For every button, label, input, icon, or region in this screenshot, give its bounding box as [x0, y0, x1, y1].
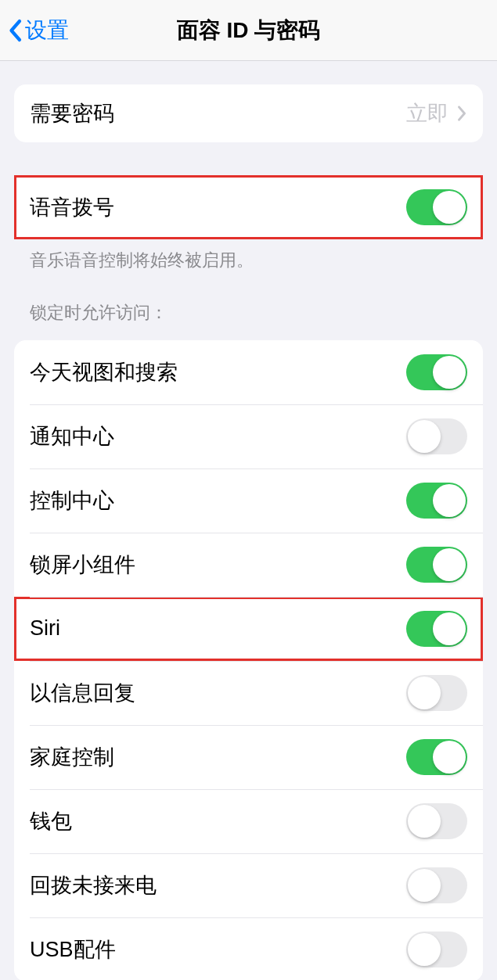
wallet-row: 钱包 — [14, 789, 483, 853]
require-passcode-group: 需要密码 立即 — [14, 84, 483, 142]
reply-with-message-toggle[interactable] — [406, 675, 467, 711]
control-center-label: 控制中心 — [30, 486, 114, 515]
home-control-label: 家庭控制 — [30, 743, 114, 771]
chevron-left-icon — [8, 19, 22, 42]
home-control-row: 家庭控制 — [14, 725, 483, 789]
siri-label: Siri — [30, 616, 60, 641]
notification-center-toggle[interactable] — [406, 418, 467, 454]
chevron-right-icon — [456, 104, 467, 123]
navigation-bar: 设置 面容 ID 与密码 — [0, 0, 497, 61]
return-missed-calls-label: 回拨未接来电 — [30, 871, 157, 899]
require-passcode-value: 立即 — [406, 99, 448, 127]
locked-access-group: 今天视图和搜索通知中心控制中心锁屏小组件Siri以信息回复家庭控制钱包回拨未接来… — [14, 340, 483, 980]
voice-dial-label: 语音拨号 — [30, 193, 114, 221]
back-button[interactable]: 设置 — [8, 16, 69, 45]
today-view-search-toggle[interactable] — [406, 354, 467, 390]
wallet-toggle[interactable] — [406, 803, 467, 839]
require-passcode-label: 需要密码 — [30, 99, 114, 127]
usb-accessories-row: USB配件 — [14, 917, 483, 980]
require-passcode-row[interactable]: 需要密码 立即 — [14, 84, 483, 142]
voice-dial-footer: 音乐语音控制将始终被启用。 — [0, 239, 497, 273]
siri-toggle[interactable] — [406, 611, 467, 647]
voice-dial-group: 语音拨号 — [14, 175, 483, 239]
wallet-label: 钱包 — [30, 807, 72, 835]
return-missed-calls-row: 回拨未接来电 — [14, 853, 483, 917]
notification-center-row: 通知中心 — [14, 404, 483, 468]
siri-row: Siri — [14, 597, 483, 661]
lock-screen-widgets-row: 锁屏小组件 — [14, 533, 483, 597]
usb-accessories-label: USB配件 — [30, 935, 116, 964]
reply-with-message-label: 以信息回复 — [30, 679, 135, 707]
voice-dial-toggle[interactable] — [406, 189, 467, 225]
control-center-toggle[interactable] — [406, 483, 467, 519]
today-view-search-label: 今天视图和搜索 — [30, 358, 178, 386]
page-title: 面容 ID 与密码 — [177, 16, 321, 45]
voice-dial-row: 语音拨号 — [14, 175, 483, 239]
today-view-search-row: 今天视图和搜索 — [14, 340, 483, 404]
reply-with-message-row: 以信息回复 — [14, 661, 483, 725]
control-center-row: 控制中心 — [14, 468, 483, 533]
notification-center-label: 通知中心 — [30, 422, 114, 451]
lock-screen-widgets-label: 锁屏小组件 — [30, 551, 135, 579]
locked-access-header: 锁定时允许访问： — [0, 301, 497, 331]
lock-screen-widgets-toggle[interactable] — [406, 547, 467, 583]
return-missed-calls-toggle[interactable] — [406, 867, 467, 903]
usb-accessories-toggle[interactable] — [406, 932, 467, 967]
back-label: 设置 — [25, 16, 69, 45]
home-control-toggle[interactable] — [406, 739, 467, 775]
